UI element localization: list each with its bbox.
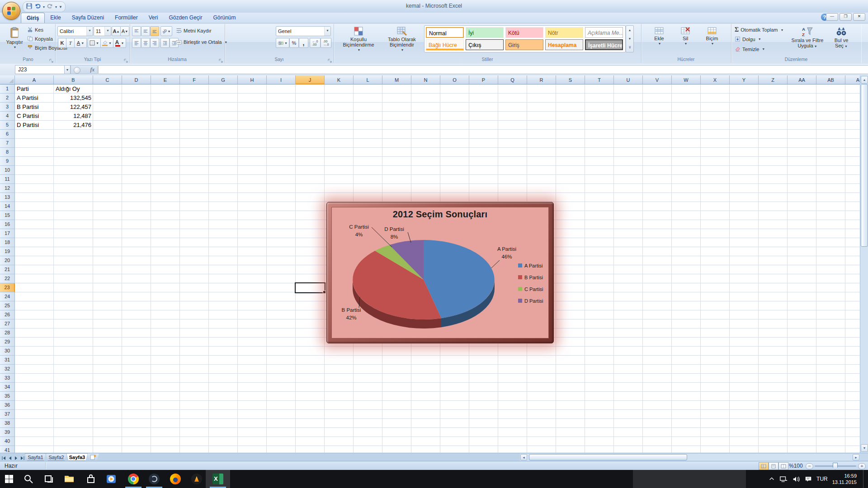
column-header-AB[interactable]: AB [816, 75, 845, 84]
taskbar-start-icon[interactable] [4, 474, 14, 484]
orientation-button[interactable]: ab▼ [160, 26, 172, 36]
column-header-Z[interactable]: Z [759, 75, 788, 84]
find-select-button[interactable]: Bul ve Seç▼ [827, 25, 856, 55]
row-header-21[interactable]: 21 [0, 265, 15, 274]
column-header-L[interactable]: L [354, 75, 382, 84]
row-header-16[interactable]: 16 [0, 220, 15, 229]
office-button[interactable] [2, 2, 20, 20]
taskbar-excel-icon[interactable]: X [212, 474, 223, 484]
row-header-23[interactable]: 23 [0, 283, 15, 292]
column-header-AA[interactable]: AA [788, 75, 816, 84]
cell-style-İşaretli Hücre[interactable]: İşaretli Hücre [585, 39, 623, 50]
redo-dropdown-icon[interactable]: ▾ [55, 5, 57, 9]
taskbar-chrome-icon[interactable] [128, 474, 139, 484]
next-sheet-icon[interactable] [14, 454, 19, 460]
row-header-22[interactable]: 22 [0, 274, 15, 283]
taskbar-media-player-icon[interactable] [106, 474, 117, 484]
row-header-26[interactable]: 26 [0, 310, 15, 319]
name-box[interactable]: J23 [15, 65, 67, 74]
column-header-H[interactable]: H [238, 75, 267, 84]
percent-style-button[interactable]: % [289, 38, 299, 48]
cell-style-Giriş[interactable]: Giriş [505, 39, 543, 50]
sheet-tab-Sayfa2[interactable]: Sayfa2 [46, 453, 67, 461]
insert-cells-button[interactable]: Ekle ▼ [646, 25, 672, 55]
sheet-tab-Sayfa1[interactable]: Sayfa1 [25, 453, 46, 461]
data-cell-A4[interactable]: C Partisi [15, 112, 54, 121]
align-bottom-button[interactable] [150, 26, 159, 36]
page-break-view-icon[interactable] [778, 462, 788, 470]
zoom-out-icon[interactable]: − [806, 463, 813, 469]
column-header-W[interactable]: W [672, 75, 701, 84]
column-header-D[interactable]: D [122, 75, 151, 84]
clipboard-dialog-launcher-icon[interactable] [49, 57, 54, 61]
vertical-scroll-thumb[interactable] [861, 84, 868, 247]
clock[interactable]: 16:59 13.11.2015 [832, 473, 857, 485]
row-header-11[interactable]: 11 [0, 175, 15, 184]
last-sheet-icon[interactable] [20, 454, 25, 460]
row-header-18[interactable]: 18 [0, 238, 15, 247]
data-cell-A1[interactable]: Parti [15, 84, 54, 94]
row-header-29[interactable]: 29 [0, 338, 15, 347]
sheet-tab-Sayfa3[interactable]: Sayfa3 [66, 453, 88, 461]
close-icon[interactable]: ✕ [853, 13, 865, 21]
copy-button[interactable]: Kopyala [27, 36, 53, 42]
message-icon[interactable] [805, 476, 812, 483]
network-icon[interactable] [779, 476, 788, 483]
row-header-28[interactable]: 28 [0, 328, 15, 338]
decrease-indent-button[interactable] [160, 38, 170, 48]
horizontal-scrollbar[interactable]: ◄ ► [520, 454, 860, 461]
row-header-6[interactable]: 6 [0, 130, 15, 139]
italic-button[interactable]: T [66, 38, 75, 48]
save-icon[interactable] [26, 3, 33, 11]
autosum-button[interactable]: Σ Otomatik Toplam ▼ [735, 26, 783, 33]
comma-style-button[interactable]: , [299, 38, 308, 48]
cell-style-Bağlı Hücre[interactable]: Bağlı Hücre [426, 39, 464, 50]
fill-color-button[interactable]: ▼ [100, 38, 113, 48]
tab-ekle[interactable]: Ekle [45, 13, 66, 23]
row-header-40[interactable]: 40 [0, 437, 15, 446]
row-header-19[interactable]: 19 [0, 247, 15, 256]
data-cell-B3[interactable]: 122,457 [54, 103, 93, 112]
row-header-32[interactable]: 32 [0, 365, 15, 374]
row-header-10[interactable]: 10 [0, 166, 15, 175]
column-header-C[interactable]: C [93, 75, 122, 84]
data-cell-A3[interactable]: B Partisi [15, 103, 54, 112]
row-header-30[interactable]: 30 [0, 347, 15, 356]
font-dialog-launcher-icon[interactable] [124, 57, 128, 61]
merge-center-button[interactable]: Birleştir ve Ortala ▼ [176, 39, 227, 45]
language-indicator[interactable]: TUR [816, 476, 828, 482]
row-header-33[interactable]: 33 [0, 374, 15, 383]
paste-button[interactable]: Yapıştır ▼ [3, 25, 26, 55]
tab-formüller[interactable]: Formüller [109, 13, 143, 23]
minimize-icon[interactable]: — [826, 13, 838, 21]
number-format-select[interactable]: Genel ▼ [276, 26, 331, 36]
chart-object[interactable]: A Partisi46%B Partisi42%C Partisi4%D Par… [326, 202, 554, 343]
column-header-B[interactable]: B [54, 75, 93, 84]
cell-style-Normal[interactable]: Normal [426, 27, 464, 38]
column-header-U[interactable]: U [614, 75, 643, 84]
row-header-37[interactable]: 37 [0, 410, 15, 419]
cell-style-Hesaplama[interactable]: Hesaplama [545, 39, 583, 50]
font-family-select[interactable]: Calibri ▼ [57, 26, 93, 36]
customize-qat-icon[interactable]: ▼ [59, 5, 62, 9]
row-header-41[interactable]: 41 [0, 446, 15, 453]
undo-dropdown-icon[interactable]: ▾ [43, 5, 45, 9]
speaker-icon[interactable] [792, 476, 800, 483]
prev-sheet-icon[interactable] [7, 454, 13, 460]
align-top-button[interactable] [132, 26, 141, 36]
align-middle-button[interactable] [141, 26, 150, 36]
cut-button[interactable]: Kes [27, 27, 43, 33]
row-header-34[interactable]: 34 [0, 383, 15, 392]
column-header-AC[interactable]: AC [845, 75, 860, 84]
taskbar-task-view-icon[interactable] [43, 474, 54, 484]
column-header-I[interactable]: I [267, 75, 296, 84]
borders-button[interactable]: ▼ [88, 38, 101, 48]
sort-filter-button[interactable]: AZ Sırala ve Filtre Uygula▼ [789, 25, 826, 55]
grow-font-button[interactable]: A▲ [112, 26, 121, 36]
row-header-9[interactable]: 9 [0, 157, 15, 166]
decrease-decimal-button[interactable]: .00→.0 [321, 38, 331, 48]
zoom-in-icon[interactable]: + [858, 463, 866, 469]
row-header-36[interactable]: 36 [0, 401, 15, 410]
font-color-button[interactable]: A ▼ [113, 38, 126, 48]
data-cell-B5[interactable]: 21,476 [54, 121, 93, 130]
